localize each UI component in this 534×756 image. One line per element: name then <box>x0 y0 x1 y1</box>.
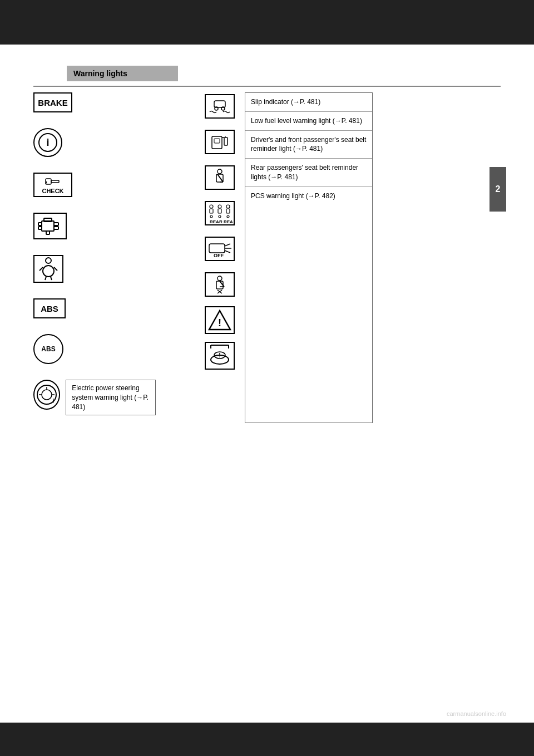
warning-triangle-icon: ! <box>205 306 235 334</box>
warning-triangle-svg: ! <box>208 308 231 332</box>
svg-point-13 <box>43 266 54 277</box>
callout-fuel-text: Low fuel level warning light (→P. 481) <box>251 117 362 125</box>
svg-line-53 <box>220 281 224 287</box>
svg-line-17 <box>51 277 52 280</box>
check-icon-row: CHECK <box>33 173 156 197</box>
svg-point-51 <box>217 276 222 281</box>
svg-point-19 <box>42 390 52 400</box>
oil-pressure-svg: i <box>38 132 58 153</box>
svg-rect-6 <box>54 223 58 225</box>
section-header-container: Warning lights <box>33 55 501 81</box>
svg-rect-37 <box>210 209 213 213</box>
svg-rect-24 <box>214 101 225 107</box>
svg-point-39 <box>218 205 221 208</box>
svg-rect-7 <box>54 227 58 229</box>
page-number: 2 <box>490 167 506 212</box>
svg-line-34 <box>217 174 223 182</box>
section-header: Warning lights <box>67 66 178 81</box>
svg-point-42 <box>226 205 230 208</box>
eps-svg: ! <box>36 384 57 405</box>
tpms-icon-item: ! <box>205 342 235 370</box>
svg-rect-11 <box>46 231 50 234</box>
callout-box: Slip indicator (→P. 481) Low fuel level … <box>245 92 373 423</box>
svg-text:OFF: OFF <box>214 253 224 258</box>
section-title: Warning lights <box>73 69 127 78</box>
callout-pcs-text: PCS warning light (→P. 482) <box>251 192 335 200</box>
svg-point-32 <box>217 169 222 174</box>
tpms-svg: ! <box>207 344 232 367</box>
svg-rect-8 <box>38 223 42 225</box>
svg-rect-46 <box>209 244 225 253</box>
svg-rect-3 <box>51 180 59 183</box>
svg-rect-43 <box>226 209 230 213</box>
svg-point-41 <box>219 215 221 218</box>
svg-line-15 <box>54 267 57 271</box>
oil-pressure-icon-row: i <box>33 128 156 157</box>
svg-line-16 <box>45 277 46 280</box>
check-icon: CHECK <box>33 173 72 197</box>
airbag-icon-row <box>33 255 156 283</box>
seatbelt-front-icon-item <box>205 164 235 192</box>
seatbelt-rear-svg: REAR REAR REAR <box>207 203 233 224</box>
airbag-svg <box>37 257 60 281</box>
pcs-icon: OFF <box>205 237 235 261</box>
section-divider <box>33 86 501 87</box>
slip-svg <box>207 96 232 116</box>
eps-callout-text: Electric power steering system warning l… <box>72 384 149 411</box>
check-label: CHECK <box>42 188 63 194</box>
fuel-svg <box>209 132 231 152</box>
engine-icon-row <box>33 213 156 239</box>
abs-circle-label: ABS <box>41 345 55 353</box>
svg-point-36 <box>210 205 213 208</box>
svg-text:!: ! <box>219 352 220 359</box>
engine-icon <box>33 213 67 239</box>
slip-icon <box>205 94 235 119</box>
warning-triangle-icon-item: ! <box>205 306 235 334</box>
abs-icon: ABS <box>33 298 66 318</box>
svg-rect-10 <box>44 218 52 222</box>
svg-rect-52 <box>216 281 223 289</box>
svg-text:!: ! <box>52 398 54 404</box>
svg-rect-40 <box>218 209 221 213</box>
abs-label: ABS <box>41 304 58 313</box>
seatbelt2-svg <box>209 274 231 294</box>
svg-text:i: i <box>46 137 49 148</box>
abs-icon-row: ABS <box>33 298 156 318</box>
wrench-svg <box>44 176 61 187</box>
right-icon-column: REAR REAR REAR <box>200 92 239 423</box>
callout-slip-text: Slip indicator (→P. 481) <box>251 98 320 106</box>
svg-line-14 <box>39 267 43 271</box>
seatbelt2-icon <box>205 272 235 297</box>
svg-rect-28 <box>214 139 220 143</box>
svg-text:!: ! <box>218 317 221 328</box>
callout-seatbelt-front: Driver's and front passenger's seat belt… <box>245 131 372 159</box>
svg-line-49 <box>225 251 230 253</box>
slip-icon-item <box>205 92 235 120</box>
seatbelt-rear-icon-item: REAR REAR REAR <box>205 199 235 227</box>
svg-point-38 <box>210 215 212 218</box>
left-icon-column: BRAKE i <box>33 92 156 423</box>
abs-circle-icon-row: ABS <box>33 334 156 364</box>
seatbelt-front-icon <box>205 165 235 190</box>
svg-rect-27 <box>212 136 222 149</box>
svg-rect-9 <box>38 227 42 229</box>
svg-point-12 <box>46 258 51 263</box>
oil-pressure-icon: i <box>33 128 62 157</box>
icons-area: BRAKE i <box>33 92 501 423</box>
brake-icon-row: BRAKE <box>33 92 156 112</box>
callout-seatbelt-front-text: Driver's and front passenger's seat belt… <box>251 136 366 153</box>
brake-label: BRAKE <box>38 98 67 107</box>
watermark: carmanualsonline.info <box>447 710 506 717</box>
brake-icon: BRAKE <box>33 92 72 112</box>
svg-line-47 <box>225 244 230 246</box>
seatbelt-rear-icon: REAR REAR REAR <box>205 201 235 225</box>
tpms-icon: ! <box>205 342 235 370</box>
callout-seatbelt-rear: Rear passengers' seat belt reminder ligh… <box>245 159 372 187</box>
right-section: REAR REAR REAR <box>200 92 373 423</box>
pcs-svg: OFF <box>207 238 233 259</box>
seatbelt2-icon-item <box>205 271 235 298</box>
page-container: 2 Warning lights BRAKE i <box>0 0 534 756</box>
svg-point-44 <box>227 215 229 218</box>
engine-svg <box>37 215 63 237</box>
seatbelt-front-svg <box>209 168 231 188</box>
